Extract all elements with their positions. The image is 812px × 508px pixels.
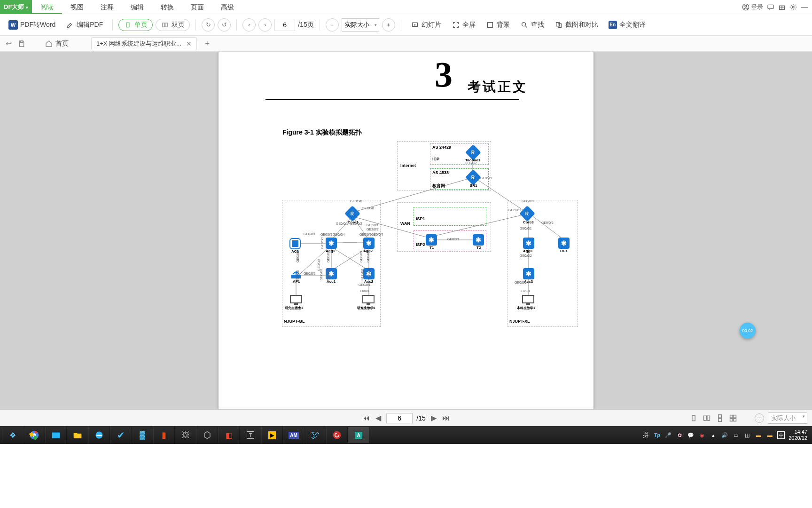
taskbar-app-11[interactable]: ◧ bbox=[218, 427, 240, 443]
svg-rect-47 bbox=[707, 416, 710, 421]
pdf-to-word-button[interactable]: W PDF转Word bbox=[5, 18, 59, 32]
virtualbox-icon[interactable] bbox=[196, 427, 218, 443]
zoom-select-bottom[interactable]: 实际大小 bbox=[768, 413, 807, 424]
ime-indicator[interactable]: 拼 bbox=[642, 431, 649, 439]
slideshow-button[interactable]: 幻灯片 bbox=[407, 19, 445, 31]
home-tab[interactable]: 首页 bbox=[39, 40, 75, 48]
tray-icon-10[interactable]: ▬ bbox=[766, 431, 773, 439]
volume-icon[interactable]: 🔊 bbox=[721, 431, 728, 439]
tab-view[interactable]: 视图 bbox=[62, 0, 92, 14]
lang-indicator[interactable]: 中 bbox=[777, 431, 785, 439]
double-page-icon bbox=[161, 21, 169, 29]
new-tab-button[interactable]: ＋ bbox=[202, 38, 213, 49]
edu-label: 教育网 bbox=[432, 183, 445, 189]
save-button[interactable] bbox=[16, 38, 27, 49]
separator bbox=[195, 19, 196, 31]
svg-rect-9 bbox=[487, 22, 492, 27]
snip-button[interactable]: 截图和对比 bbox=[551, 19, 602, 31]
taskbar-app-15[interactable]: 🕊 bbox=[304, 427, 326, 443]
timer-badge[interactable]: 00:02 bbox=[740, 323, 756, 339]
background-button[interactable]: 背景 bbox=[482, 19, 514, 31]
tray-icon-1[interactable]: Tp bbox=[653, 431, 661, 439]
rotate-left-button[interactable]: ↻ bbox=[202, 18, 215, 32]
tray-icon-9[interactable]: ▬ bbox=[755, 431, 762, 439]
tab-advanced[interactable]: 高级 bbox=[212, 0, 242, 14]
view-single-icon[interactable] bbox=[689, 413, 698, 423]
chrome-icon[interactable] bbox=[23, 427, 45, 443]
tray-icon-5[interactable]: ◉ bbox=[698, 431, 706, 439]
view-thumb-icon[interactable] bbox=[728, 413, 738, 423]
icp-label: ICP bbox=[432, 157, 439, 161]
rotate-right-button[interactable]: ↺ bbox=[218, 18, 231, 32]
doc-label: 1+X 网络系统建设与运维职业... bbox=[96, 40, 181, 48]
minimize-icon[interactable]: — bbox=[801, 3, 808, 11]
ac1-device bbox=[290, 239, 300, 248]
find-button[interactable]: 查找 bbox=[516, 19, 548, 31]
single-page-button[interactable]: 单页 bbox=[118, 19, 153, 31]
background-icon bbox=[486, 21, 494, 29]
view-continuous-icon[interactable] bbox=[715, 413, 725, 423]
tray-icon-8[interactable]: ◫ bbox=[743, 431, 751, 439]
gift-icon[interactable] bbox=[778, 3, 786, 11]
tray-icon-3[interactable]: ✿ bbox=[676, 431, 683, 439]
prev-page-button[interactable]: ‹ bbox=[242, 18, 256, 32]
zoom-in-button[interactable]: ＋ bbox=[382, 18, 395, 32]
taskbar-app-13[interactable]: ▶ bbox=[261, 427, 283, 443]
battery-icon[interactable]: ▭ bbox=[732, 431, 740, 439]
office-icon[interactable]: ▮ bbox=[153, 427, 175, 443]
tray-up-icon[interactable]: ▴ bbox=[710, 431, 717, 439]
ie-icon[interactable] bbox=[88, 427, 110, 443]
separator bbox=[320, 19, 320, 31]
pdf-app-icon[interactable]: A bbox=[348, 427, 369, 443]
view-facing-icon[interactable] bbox=[702, 413, 711, 423]
tab-page[interactable]: 页面 bbox=[182, 0, 212, 14]
status-page-input[interactable] bbox=[386, 413, 413, 423]
back-button[interactable]: ↩ bbox=[3, 38, 14, 49]
double-page-button[interactable]: 双页 bbox=[156, 19, 190, 31]
prev-page-button-bottom[interactable]: ◀ bbox=[374, 414, 383, 422]
pdf-viewer[interactable]: 3 考试正文 Figure 3-1 实验模拟题拓扑 bbox=[0, 52, 812, 409]
next-page-button[interactable]: › bbox=[258, 18, 272, 32]
document-tab[interactable]: 1+X 网络系统建设与运维职业... ✕ bbox=[91, 37, 197, 50]
zoom-out-button[interactable]: － bbox=[326, 18, 339, 32]
network-diagram: Internet AS 24429 ICP AS 4538 教育网 WAN IS… bbox=[277, 141, 578, 339]
explorer-icon[interactable] bbox=[67, 427, 88, 443]
zoom-select[interactable]: 实际大小 bbox=[342, 18, 379, 32]
taskbar-app-1[interactable]: ❖ bbox=[2, 427, 23, 443]
edit-pdf-button[interactable]: 编辑PDF bbox=[62, 19, 107, 31]
taskbar-app-6[interactable]: ✔ bbox=[110, 427, 132, 443]
fullscreen-button[interactable]: 全屏 bbox=[448, 19, 479, 31]
taskbar-app-3[interactable] bbox=[45, 427, 67, 443]
edit-icon bbox=[66, 21, 74, 29]
svg-rect-41 bbox=[363, 295, 374, 303]
chat-icon[interactable] bbox=[767, 3, 774, 11]
windows-taskbar[interactable]: ❖ ✔ ▓ ▮ 🖼 ◧ T ▶ AM 🕊 A 拼 Tp 🎤 ✿ 💬 ◉ ▴ 🔊 … bbox=[0, 426, 812, 444]
svg-rect-48 bbox=[718, 414, 721, 417]
tab-convert[interactable]: 转换 bbox=[152, 0, 182, 14]
page-input[interactable] bbox=[274, 19, 295, 31]
taskbar-app-12[interactable]: T bbox=[240, 427, 261, 443]
login-button[interactable]: 登录 bbox=[742, 3, 763, 11]
first-page-button[interactable]: ⏮ bbox=[362, 414, 370, 422]
taskbar-app-7[interactable]: ▓ bbox=[132, 427, 153, 443]
wechat-tray-icon[interactable]: 💬 bbox=[687, 431, 695, 439]
system-clock[interactable]: 14:47 2020/12 bbox=[789, 429, 807, 441]
home-icon bbox=[45, 40, 53, 48]
taskbar-app-14[interactable]: AM bbox=[283, 427, 304, 443]
last-page-button[interactable]: ⏭ bbox=[442, 414, 450, 422]
close-tab-icon[interactable]: ✕ bbox=[186, 40, 192, 48]
tab-read[interactable]: 阅读 bbox=[32, 0, 62, 14]
translate-button[interactable]: En 全文翻译 bbox=[605, 19, 649, 31]
zoom-out-bottom[interactable]: － bbox=[755, 413, 764, 423]
taskbar-app-9[interactable]: 🖼 bbox=[175, 427, 196, 443]
snip-label: 截图和对比 bbox=[565, 21, 598, 29]
app-badge[interactable]: DF大师 bbox=[0, 0, 32, 14]
tab-annotate[interactable]: 注释 bbox=[92, 0, 122, 14]
mic-icon[interactable]: 🎤 bbox=[664, 431, 672, 439]
gear-icon[interactable] bbox=[789, 3, 797, 11]
chapter-divider bbox=[265, 99, 519, 100]
next-page-button-bottom[interactable]: ▶ bbox=[429, 414, 438, 422]
netease-icon[interactable] bbox=[326, 427, 348, 443]
tab-edit[interactable]: 编辑 bbox=[122, 0, 152, 14]
login-label: 登录 bbox=[751, 3, 763, 11]
